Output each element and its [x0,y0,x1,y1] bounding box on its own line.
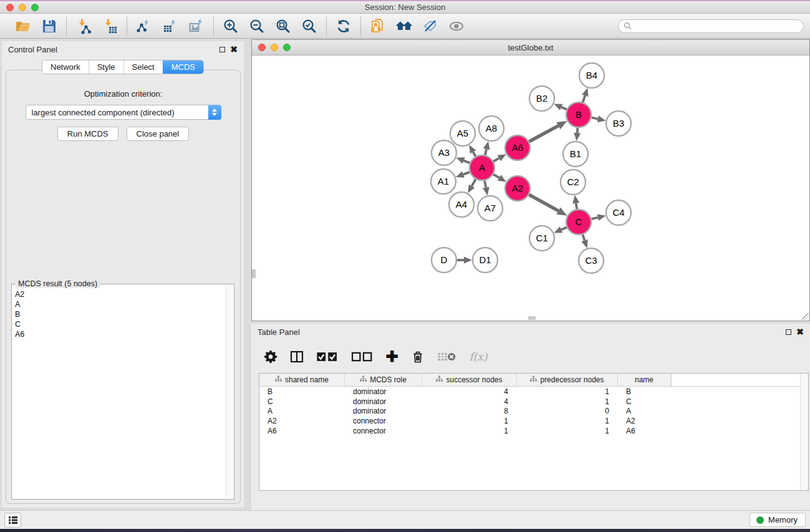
open-folder-icon[interactable] [14,17,32,35]
network-minimize-icon[interactable] [271,44,278,51]
tab-style[interactable]: Style [89,60,123,74]
network-zoom-icon[interactable] [283,44,291,51]
minimize-window-icon[interactable] [19,4,26,11]
cell-name: C [618,397,671,406]
cell-successor-nodes: 8 [422,407,517,415]
graph-node-C3[interactable]: C3 [579,248,604,273]
cell-name: A [618,407,671,415]
result-item[interactable]: C [12,319,226,329]
eye-icon[interactable] [448,17,465,35]
export-image-icon[interactable] [188,17,205,35]
table-close-panel-icon[interactable]: ✖ [796,329,804,335]
criterion-select[interactable]: largest connected component (directed) [26,105,221,120]
float-panel-icon[interactable] [219,47,225,52]
resize-grip-icon[interactable] [802,313,809,320]
home-icon[interactable] [395,17,413,35]
export-table-icon[interactable] [162,17,179,35]
graph-node-A6[interactable]: A6 [505,135,530,160]
criterion-select-value: largest connected component (directed) [26,108,208,117]
zoom-fit-icon[interactable] [274,17,292,35]
save-icon[interactable] [41,17,58,35]
graph-node-A3[interactable]: A3 [432,140,456,165]
graph-node-B1[interactable]: B1 [563,142,588,167]
network-hscroll-thumb[interactable] [528,316,536,320]
graph-node-B[interactable]: B [566,102,591,127]
close-window-icon[interactable] [6,4,14,11]
column-icon[interactable] [290,349,304,365]
zoom-selected-icon[interactable] [301,17,318,35]
network-view-window: testGlobe.txt AA1A2A3A4A5A6A7A8BB1B2B3B4… [251,39,810,321]
hide-label-icon[interactable] [422,17,439,35]
cell-successor-nodes: 4 [422,397,517,406]
import-table-icon[interactable] [101,17,118,35]
application-window: Session: New Session Control Panel ✖ Net… [0,0,810,532]
table-row[interactable]: Adominator80A [259,407,808,417]
mcds-result-list[interactable]: A2ABCA6 [12,289,226,498]
table-float-panel-icon[interactable] [786,329,791,335]
network-vscroll-thumb[interactable] [252,269,256,278]
table-scrollbar[interactable] [800,374,808,490]
network-close-icon[interactable] [258,44,266,51]
graph-node-A7[interactable]: A7 [478,196,503,221]
column-header-name[interactable]: name [618,374,671,386]
close-panel-icon[interactable]: ✖ [230,47,238,52]
deselect-all-icon[interactable] [351,349,374,365]
zoom-window-icon[interactable] [31,4,39,11]
graph-node-B4[interactable]: B4 [579,63,604,88]
table-row[interactable]: Bdominator41B [259,387,808,397]
result-scrollbar[interactable] [226,285,233,498]
search-input[interactable] [635,22,798,31]
cell-shared-name: C [259,397,345,406]
memory-button[interactable]: Memory [750,513,806,527]
export-network-icon[interactable] [135,17,153,35]
graph-node-A4[interactable]: A4 [449,192,474,217]
result-item[interactable]: B [12,309,226,319]
result-item[interactable]: A [12,299,226,309]
table-row[interactable]: A6connector11A6 [259,426,808,436]
network-graph[interactable]: AA1A2A3A4A5A6A7A8BB1B2B3B4CC1C2C3C4DD1 [252,56,809,321]
select-all-icon[interactable] [316,349,339,365]
graph-node-D1[interactable]: D1 [473,248,498,273]
network-window-titlebar[interactable]: testGlobe.txt [252,40,809,56]
network-canvas[interactable]: AA1A2A3A4A5A6A7A8BB1B2B3B4CC1C2C3C4DD1 [252,56,809,321]
tab-mcds[interactable]: MCDS [163,60,203,74]
task-history-button[interactable] [4,513,21,528]
column-header-MCDS-role[interactable]: MCDS role [345,374,422,386]
graph-node-B2[interactable]: B2 [529,86,554,111]
zoom-in-icon[interactable] [222,17,239,35]
add-icon[interactable]: ✚ [386,349,398,365]
graph-node-A2[interactable]: A2 [505,176,530,201]
graph-node-C2[interactable]: C2 [561,170,586,195]
table-row[interactable]: A2connector11A2 [259,416,808,426]
table-header-row: shared nameMCDS rolesuccessor nodesprede… [259,374,808,387]
network-from-selection-icon[interactable] [369,17,387,35]
tab-select[interactable]: Select [123,60,163,74]
graph-node-A[interactable]: A [470,155,494,180]
import-network-icon[interactable] [75,17,92,35]
result-item[interactable]: A6 [12,329,226,339]
close-panel-button[interactable]: Close panel [127,127,190,141]
settings-gear-icon[interactable] [264,349,277,365]
graph-node-A5[interactable]: A5 [450,121,475,146]
refresh-icon[interactable] [335,17,352,35]
graph-node-A8[interactable]: A8 [479,116,504,141]
search-box[interactable] [618,19,804,33]
run-mcds-button[interactable]: Run MCDS [57,127,118,141]
graph-node-D[interactable]: D [432,248,456,273]
graph-node-B3[interactable]: B3 [606,111,631,136]
column-header-predecessor-nodes[interactable]: predecessor nodes [517,374,618,386]
node-table[interactable]: shared nameMCDS rolesuccessor nodesprede… [259,373,809,491]
result-item[interactable]: A2 [12,289,226,299]
delete-icon[interactable] [411,349,425,365]
graph-node-A1[interactable]: A1 [431,169,456,194]
graph-node-C1[interactable]: C1 [529,226,554,251]
attribute-tree-icon [275,375,282,384]
zoom-out-icon[interactable] [248,17,266,35]
tab-network[interactable]: Network [42,60,89,74]
column-header-shared-name[interactable]: shared name [259,374,345,386]
graph-node-C4[interactable]: C4 [606,200,631,225]
cell-MCDS-role: connector [345,427,422,435]
graph-node-C[interactable]: C [566,210,591,235]
table-row[interactable]: Cdominator41C [259,397,808,407]
column-header-successor-nodes[interactable]: successor nodes [422,374,517,386]
